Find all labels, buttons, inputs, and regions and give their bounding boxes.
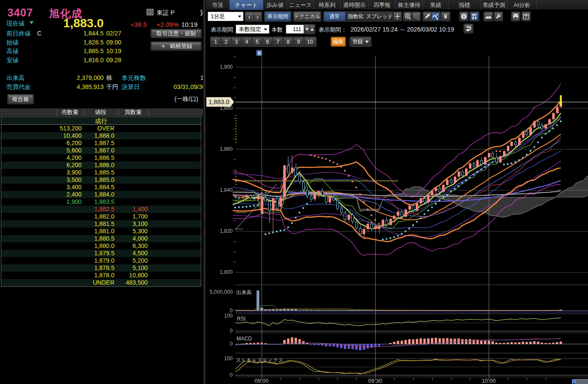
- composite-board-button[interactable]: 複合板: [8, 95, 33, 104]
- settlement-value: 03/31,09/30: [174, 83, 203, 90]
- order-book-row[interactable]: 1,882.51,400: [1, 206, 201, 213]
- nav-tab-業績[interactable]: 業績: [423, 0, 449, 10]
- order-book-price: 1,879.5: [84, 250, 114, 257]
- order-book-row[interactable]: 1,882.01,700: [1, 213, 201, 220]
- preset-button-3[interactable]: 3: [231, 37, 241, 46]
- open-time: 09:00: [106, 39, 121, 46]
- chart-next-button[interactable]: ›: [253, 12, 262, 21]
- order-book-row[interactable]: 3,5001,885.0: [1, 176, 201, 184]
- order-book-row[interactable]: 3,9001,885.5: [1, 169, 201, 176]
- technical-button[interactable]: テクニカル: [294, 12, 321, 21]
- order-book-row[interactable]: 1,881.05,300: [1, 228, 201, 235]
- draw-pencil-button[interactable]: [423, 12, 431, 21]
- order-book-row[interactable]: 6,2001,887.5: [1, 140, 201, 147]
- order-book-row[interactable]: 10,4001,888.0: [1, 132, 201, 140]
- chart-panel: 市況チャート歩み値ニュース時系列適時開示四季報株主優待業績指標業績予測AI分析 …: [206, 0, 588, 384]
- panel-divider[interactable]: [203, 0, 206, 384]
- preset-button-2[interactable]: 2: [221, 37, 231, 46]
- info-button[interactable]: i: [460, 12, 468, 21]
- select-arrow-icon: [264, 29, 267, 31]
- scrollbar-thumb[interactable]: [572, 379, 575, 384]
- chart-prev-button[interactable]: ‹: [245, 12, 253, 21]
- nav-tab-時系列[interactable]: 時系列: [314, 0, 341, 10]
- reset-range-button[interactable]: [464, 24, 473, 33]
- order-book-row[interactable]: 6,2001,886.0: [1, 162, 201, 169]
- preset-button-1[interactable]: 1: [211, 37, 221, 46]
- register-symbol-button[interactable]: ＋銘柄登録: [151, 42, 201, 50]
- trade-caution-button[interactable]: 取引注意・規制: [151, 29, 201, 38]
- stoch-pane-label: ストキャスティクス: [236, 357, 284, 364]
- spinner-up-icon: [310, 28, 314, 31]
- order-book-row[interactable]: 1,879.05,200: [1, 257, 201, 264]
- prev-close-date: 02/27: [106, 30, 121, 37]
- preset-button-9[interactable]: 9: [294, 37, 303, 46]
- nav-tab-AI分析[interactable]: AI分析: [507, 0, 537, 10]
- order-book-col-header: 売数量: [57, 108, 83, 116]
- preset-button-4[interactable]: 4: [242, 37, 252, 46]
- period-label: 表示期間: [211, 25, 233, 34]
- chart-region: 1,9001,8801,8601,8401,8201,8005,000,0000…: [206, 48, 588, 384]
- preset-button-7[interactable]: 7: [273, 37, 283, 46]
- order-book-row[interactable]: 1,881.53,100: [1, 220, 201, 228]
- count-down-button[interactable]: [304, 25, 310, 34]
- nav-tab-業績予測[interactable]: 業績予測: [481, 0, 507, 10]
- add-indicator-button[interactable]: [393, 12, 401, 21]
- nav-tab-四季報[interactable]: 四季報: [369, 0, 395, 10]
- order-book-price: OVER: [84, 125, 114, 132]
- mode-button-スプレッド[interactable]: スプレッド: [366, 12, 393, 21]
- order-book-price: 1,878.5: [84, 264, 114, 272]
- count-mode-select[interactable]: 本数指定: [236, 25, 269, 34]
- order-book-row[interactable]: 1,878.55,100: [1, 264, 201, 272]
- order-book-row[interactable]: 4,2001,886.5: [1, 154, 201, 162]
- order-book-row[interactable]: 1,9001,883.5: [1, 198, 201, 206]
- preset-bar: 12345678910編集登録: [206, 36, 588, 48]
- preset-button-8[interactable]: 8: [283, 37, 293, 46]
- order-book-row[interactable]: 2,4001,884.0: [1, 191, 201, 198]
- order-book-row[interactable]: 1,880.54,000: [1, 235, 201, 242]
- popout-button[interactable]: [522, 12, 530, 21]
- order-book-row[interactable]: 5,6001,887.0: [1, 147, 201, 154]
- preset-button-6[interactable]: 6: [262, 37, 272, 46]
- zoom-out-button[interactable]: [412, 12, 420, 21]
- add-indicator-icon: [394, 13, 401, 20]
- nav-tab-市況[interactable]: 市況: [206, 0, 230, 10]
- nav-tab-指標[interactable]: 指標: [449, 0, 481, 10]
- order-book-row[interactable]: 1,880.06,300: [1, 242, 201, 250]
- preset-button-10[interactable]: 10: [304, 37, 316, 46]
- settlement-label: 決算日: [122, 83, 140, 91]
- my-chart-button[interactable]: MY: [470, 12, 479, 21]
- nav-tab-適時開示[interactable]: 適時開示: [341, 0, 369, 10]
- order-book-row[interactable]: 1,878.010,800: [1, 272, 201, 279]
- preset-edit-button[interactable]: 編集: [331, 37, 345, 46]
- preset-register-button[interactable]: 登録: [350, 37, 371, 46]
- crosshair-line-button[interactable]: [431, 12, 440, 21]
- nav-tab-歩み値[interactable]: 歩み値: [263, 0, 287, 10]
- order-book-sell-qty: 10,400: [1, 132, 82, 140]
- interval-select[interactable]: 1分足: [208, 12, 243, 21]
- mountain-chart-button[interactable]: [484, 12, 493, 21]
- display-period-button[interactable]: 表示期間: [265, 12, 291, 21]
- crosshair-line-icon: [432, 13, 439, 20]
- nav-tab-株主優待[interactable]: 株主優待: [395, 0, 423, 10]
- order-book-row[interactable]: 513,200OVER: [1, 125, 201, 132]
- nav-tab-チャート[interactable]: チャート: [230, 0, 263, 10]
- price-chart-canvas[interactable]: [206, 48, 588, 384]
- count-up-button[interactable]: [310, 25, 315, 34]
- settings-wrench-button[interactable]: [494, 12, 503, 21]
- nav-tab-ニュース[interactable]: ニュース: [287, 0, 314, 10]
- mode-button-指数化[interactable]: 指数化: [345, 12, 366, 21]
- order-book-row[interactable]: UNDER483,500: [1, 279, 201, 286]
- zoom-in-button[interactable]: [404, 12, 412, 21]
- preset-button-5[interactable]: 5: [252, 37, 262, 46]
- news-marker-badge[interactable]: N: [256, 50, 262, 56]
- mode-button-通常[interactable]: 通常: [324, 12, 345, 21]
- dropdown-arrow-icon: [365, 41, 369, 43]
- range-label: 表示期間：: [319, 25, 347, 34]
- print-button[interactable]: [512, 12, 520, 21]
- order-book-row[interactable]: 1,879.54,500: [1, 250, 201, 257]
- market-order-row[interactable]: 成行: [1, 117, 201, 125]
- bar-count-input[interactable]: 111: [286, 25, 304, 34]
- order-book-row[interactable]: 3,4001,884.5: [1, 184, 201, 191]
- yen-display-button[interactable]: ¥: [441, 12, 450, 21]
- order-book-price: 1,881.0: [84, 228, 114, 235]
